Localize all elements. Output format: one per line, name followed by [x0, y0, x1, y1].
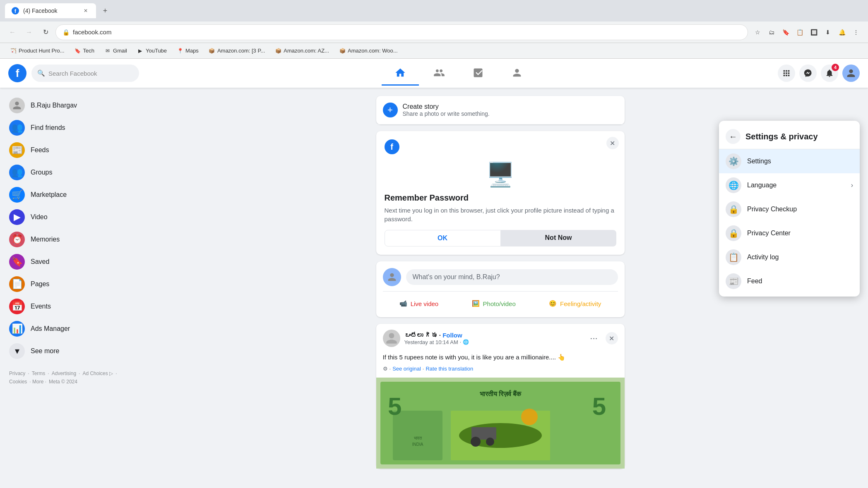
- fb-search-bar[interactable]: 🔍 Search Facebook: [31, 65, 139, 82]
- address-url: facebook.com: [73, 29, 111, 36]
- footer-adchoices-link[interactable]: Ad Choices ▷: [82, 371, 113, 376]
- bookmark-gmail[interactable]: ✉ Gmail: [100, 46, 131, 56]
- sidebar-item-marketplace[interactable]: 🛒 Marketplace: [3, 184, 129, 206]
- rate-translation-link[interactable]: Rate this translation: [426, 365, 473, 373]
- bookmarks-bar: 🏹 Product Hunt Pro... 🔖 Tech ✉ Gmail ▶ Y…: [0, 43, 868, 59]
- extension-button-5[interactable]: ⬇: [822, 26, 834, 38]
- grid-icon-button[interactable]: [778, 65, 795, 82]
- post-user-info: ఒంటేలు గీఝ · Follow Yesterday at 10:14 A…: [404, 332, 469, 345]
- menu-button[interactable]: ⋮: [850, 26, 862, 38]
- user-sidebar-avatar: [9, 98, 25, 113]
- post-follow-button[interactable]: Follow: [442, 332, 462, 339]
- sidebar-item-video[interactable]: ▶ Video: [3, 206, 129, 228]
- post-currency-image: 5 भारतीय रिज़र्व बैंक 5: [376, 378, 625, 469]
- settings-item-privacy-center[interactable]: 🔒 Privacy Center: [719, 221, 860, 245]
- back-button[interactable]: ←: [6, 26, 19, 39]
- post-text: If this 5 rupees note is with you, it is…: [383, 353, 618, 362]
- notification-badge: 4: [832, 64, 839, 71]
- sidebar-item-find-friends[interactable]: 👥 Find friends: [3, 117, 129, 139]
- feeling-action[interactable]: 😊 Feeling/activity: [542, 297, 608, 311]
- messenger-icon-button[interactable]: [799, 65, 817, 82]
- settings-back-button[interactable]: ←: [726, 129, 741, 144]
- settings-item-language[interactable]: 🌐 Language ›: [719, 173, 860, 197]
- fb-sidebar: B.Raju Bhargav 👥 Find friends 📰 Feeds 👥 …: [0, 88, 132, 488]
- bookmark-tech[interactable]: 🔖 Tech: [70, 46, 99, 56]
- photo-video-action[interactable]: 🖼️ Photo/video: [465, 297, 522, 311]
- create-story-text[interactable]: Create story Share a photo or write some…: [403, 103, 490, 117]
- ads-icon: 📊: [9, 321, 25, 337]
- footer-advertising-link[interactable]: Advertising: [52, 371, 76, 376]
- notification-icon-button[interactable]: 4: [821, 65, 838, 82]
- remember-password-card: ✕ f 🖥️ Remember Password Next time you l…: [376, 131, 625, 255]
- new-tab-button[interactable]: +: [99, 5, 111, 17]
- sidebar-item-memories[interactable]: ⏰ Memories: [3, 228, 129, 251]
- mind-input[interactable]: What's on your mind, B.Raju?: [406, 269, 618, 285]
- fb-logo[interactable]: f: [8, 64, 26, 82]
- password-card-close-button[interactable]: ✕: [606, 137, 619, 149]
- bookmark-favicon-6: 📦: [209, 48, 215, 54]
- bookmark-label-7: Amazon.com: AZ...: [284, 48, 329, 54]
- extension-button-1[interactable]: 🗂: [765, 26, 778, 38]
- memories-icon: ⏰: [9, 232, 25, 247]
- settings-item-settings[interactable]: ⚙️ Settings: [719, 149, 860, 173]
- bookmark-amazon-1[interactable]: 📦 Amazon.com: [3 P...: [204, 46, 269, 56]
- settings-item-privacy-checkup[interactable]: 🔒 Privacy Checkup: [719, 197, 860, 221]
- fb-nav: [144, 61, 773, 86]
- nav-profile[interactable]: [498, 61, 536, 86]
- sidebar-item-feeds[interactable]: 📰 Feeds: [3, 139, 129, 161]
- sidebar-item-ads-manager[interactable]: 📊 Ads Manager: [3, 318, 129, 340]
- events-icon: 📅: [9, 299, 25, 314]
- password-fb-logo: f: [385, 139, 399, 154]
- bookmark-label-8: Amazon.com: Woo...: [348, 48, 397, 54]
- bookmark-amazon-3[interactable]: 📦 Amazon.com: Woo...: [335, 46, 402, 56]
- sidebar-item-groups[interactable]: 👥 Groups: [3, 161, 129, 184]
- forward-button[interactable]: →: [22, 26, 36, 39]
- post-user-avatar: [383, 330, 400, 347]
- sidebar-item-user[interactable]: B.Raju Bhargav: [3, 94, 129, 117]
- footer-terms-link[interactable]: Terms: [32, 371, 46, 376]
- create-story-card: + Create story Share a photo or write so…: [376, 96, 625, 124]
- bookmark-youtube[interactable]: ▶ YouTube: [133, 46, 171, 56]
- nav-marketplace[interactable]: [459, 61, 497, 86]
- user-avatar[interactable]: [842, 65, 860, 82]
- whats-on-mind-card: What's on your mind, B.Raju? 📹 Live vide…: [376, 261, 625, 317]
- extension-button-4[interactable]: 🔲: [808, 26, 820, 38]
- post-visibility-icon: 🌐: [463, 339, 469, 345]
- sidebar-label-ads: Ads Manager: [31, 325, 70, 333]
- bookmark-maps[interactable]: 📍 Maps: [173, 46, 203, 56]
- settings-item-activity-log[interactable]: 📋 Activity log: [719, 245, 860, 269]
- tab-close-button[interactable]: ✕: [82, 7, 89, 14]
- bookmark-favicon-2: 🔖: [75, 48, 81, 54]
- settings-label-privacy-center: Privacy Center: [747, 230, 791, 237]
- nav-friends[interactable]: [421, 61, 458, 86]
- footer-copyright: Meta © 2024: [49, 379, 77, 385]
- mind-user-avatar: [383, 268, 401, 286]
- see-more-button[interactable]: ▾ See more: [3, 340, 129, 362]
- sidebar-item-pages[interactable]: 📄 Pages: [3, 273, 129, 295]
- live-video-action[interactable]: 📹 Live video: [393, 297, 445, 311]
- browser-tab[interactable]: f (4) Facebook ✕: [5, 3, 96, 18]
- settings-item-feed[interactable]: 📰 Feed: [719, 269, 860, 293]
- footer-privacy-link[interactable]: Privacy: [9, 371, 25, 376]
- settings-label-language: Language: [747, 182, 777, 189]
- extension-button-6[interactable]: 🔔: [836, 26, 848, 38]
- post-close-button[interactable]: ✕: [606, 332, 618, 344]
- not-now-button[interactable]: Not Now: [501, 230, 616, 246]
- post-more-button[interactable]: ···: [587, 331, 601, 346]
- footer-cookies-link[interactable]: Cookies: [9, 379, 27, 385]
- address-bar[interactable]: 🔒 facebook.com: [55, 24, 748, 40]
- sidebar-item-saved[interactable]: 🔖 Saved: [3, 251, 129, 273]
- bookmark-product-hunt[interactable]: 🏹 Product Hunt Pro...: [6, 46, 69, 56]
- svg-point-9: [471, 437, 481, 447]
- nav-home[interactable]: [382, 61, 419, 86]
- sidebar-item-events[interactable]: 📅 Events: [3, 295, 129, 318]
- reload-button[interactable]: ↻: [39, 26, 52, 39]
- see-original-link[interactable]: See original: [392, 365, 421, 373]
- ok-button[interactable]: OK: [385, 230, 501, 246]
- create-story-plus-button[interactable]: +: [383, 103, 398, 117]
- bookmark-amazon-2[interactable]: 📦 Amazon.com: AZ...: [271, 46, 333, 56]
- bookmark-star-button[interactable]: ☆: [751, 26, 764, 38]
- extension-button-3[interactable]: 📋: [793, 26, 806, 38]
- extension-button-2[interactable]: 🔖: [779, 26, 792, 38]
- see-more-label: See more: [31, 347, 59, 355]
